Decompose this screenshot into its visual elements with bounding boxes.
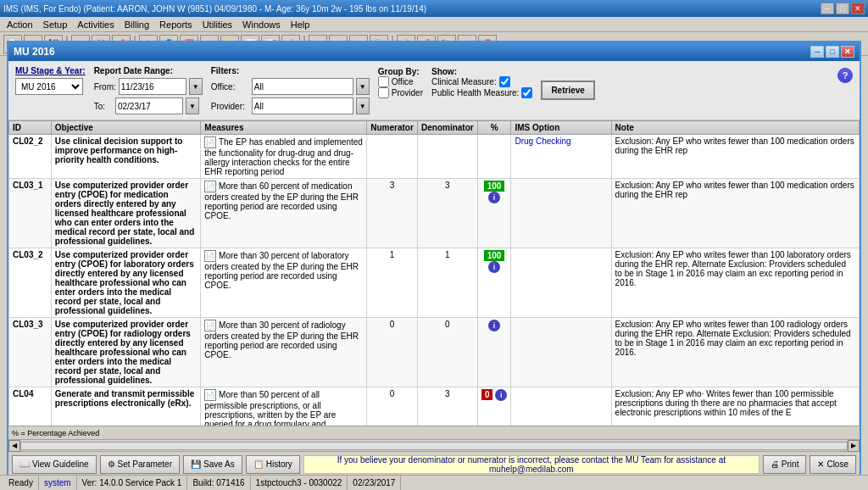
cell-numerator: 3 xyxy=(367,179,418,248)
office-dropdown-btn[interactable]: ▼ xyxy=(356,78,370,95)
provider-filter-row: Provider: ▼ xyxy=(211,97,370,114)
info-icon[interactable]: i xyxy=(495,389,507,401)
date-range-group: Report Date Range: From: ▼ To: ▼ xyxy=(94,66,203,114)
mu-stage-select[interactable]: MU 2016 xyxy=(15,78,83,95)
save-as-icon: 💾 xyxy=(191,459,201,469)
doc-icon[interactable]: 📄 xyxy=(204,250,216,262)
menu-billing[interactable]: Billing xyxy=(120,18,154,31)
cell-id: CL02_2 xyxy=(9,135,52,179)
cell-measures: 📄 More than 30 percent of laboratory ord… xyxy=(201,248,367,318)
doc-icon[interactable]: 📄 xyxy=(204,389,216,401)
public-health-checkbox[interactable] xyxy=(521,87,532,98)
close-btn[interactable]: ✕ Close xyxy=(810,455,856,474)
status-version: Ver: 14.0.0 Service Pack 1 xyxy=(77,476,188,490)
bottom-message: If you believe your denominator or numer… xyxy=(303,455,760,474)
cell-percent: 100 i xyxy=(477,248,511,318)
cell-numerator: 0 xyxy=(367,387,418,426)
cell-percent: 0 i xyxy=(477,387,511,426)
table-row[interactable]: CL03_3Use computerized provider order en… xyxy=(9,318,860,387)
percent-badge: 100 xyxy=(484,250,505,261)
view-guideline-button[interactable]: 📖 View Guideline xyxy=(12,455,97,474)
doc-icon[interactable]: 📄 xyxy=(204,181,216,192)
cell-numerator xyxy=(367,135,418,179)
table-row[interactable]: CL02_2Use clinical decision support to i… xyxy=(9,135,860,179)
group-by-provider-row: Provider xyxy=(378,87,423,98)
cell-id: CL03_3 xyxy=(9,318,52,387)
cell-objective: Use computerized provider order entry (C… xyxy=(51,248,201,318)
cell-id: CL03_2 xyxy=(9,248,52,318)
group-by-office-row: Office xyxy=(378,76,423,87)
percent-badge: 0 xyxy=(481,389,493,400)
office-input[interactable] xyxy=(252,78,353,95)
table-row[interactable]: CL03_1Use computerized provider order en… xyxy=(9,179,860,248)
menu-action[interactable]: Action xyxy=(2,18,38,31)
cell-objective: Use clinical decision support to improve… xyxy=(51,135,201,179)
bottom-bar: 📖 View Guideline ⚙ Set Parameter 💾 Save … xyxy=(8,451,860,476)
menu-activities[interactable]: Activities xyxy=(72,18,119,31)
horiz-scroll[interactable]: ◀ ▶ xyxy=(8,439,860,451)
col-ims: IMS Option xyxy=(511,121,611,135)
menu-help[interactable]: Help xyxy=(286,18,315,31)
to-date-dropdown[interactable]: ▼ xyxy=(186,97,199,114)
cell-objective: Use computerized provider order entry (C… xyxy=(51,318,201,387)
table-container[interactable]: ID Objective Measures Numerator Denomina… xyxy=(8,120,860,426)
cell-note: Exclusion: Any EP who writes fewer than … xyxy=(611,135,859,179)
cell-id: CL03_1 xyxy=(9,179,52,248)
close-button[interactable]: ✕ xyxy=(851,3,865,14)
cell-denominator xyxy=(418,135,478,179)
group-by-office-label: Office xyxy=(392,77,414,86)
status-server: 1stpctouch3 - 0030022 xyxy=(251,476,348,490)
table-row[interactable]: CL04Generate and transmit permissible pr… xyxy=(9,387,860,426)
group-by-provider-checkbox[interactable] xyxy=(378,87,389,98)
window-close-button[interactable]: ✕ xyxy=(841,46,854,58)
info-icon[interactable]: i xyxy=(488,261,500,273)
from-date-dropdown[interactable]: ▼ xyxy=(189,78,203,95)
show-group: Show: Clinical Measure: Public Health Me… xyxy=(431,66,532,98)
info-icon[interactable]: i xyxy=(488,192,500,203)
provider-input[interactable] xyxy=(252,97,353,114)
controls-area: MU Stage & Year: MU 2016 Report Date Ran… xyxy=(8,61,860,120)
doc-icon[interactable]: 📄 xyxy=(204,136,216,148)
clinical-measure-label: Clinical Measure: xyxy=(431,77,497,86)
doc-icon[interactable]: 📄 xyxy=(204,320,216,331)
menu-setup[interactable]: Setup xyxy=(38,18,73,31)
window-maximize-button[interactable]: □ xyxy=(826,46,839,58)
maximize-button[interactable]: □ xyxy=(836,3,849,14)
provider-dropdown-btn[interactable]: ▼ xyxy=(356,97,370,114)
menu-reports[interactable]: Reports xyxy=(154,18,198,31)
status-system[interactable]: system xyxy=(39,476,77,490)
legend-text: % = Percentage Achieved xyxy=(12,429,99,437)
cell-note: Exclusion: Any EP who· Writes fewer than… xyxy=(611,387,859,426)
scroll-right-btn[interactable]: ▶ xyxy=(848,440,860,452)
cell-objective: Use computerized provider order entry (C… xyxy=(51,179,201,248)
ims-link[interactable]: Drug Checking xyxy=(515,136,570,146)
menu-windows[interactable]: Windows xyxy=(237,18,286,31)
minimize-button[interactable]: ─ xyxy=(821,3,834,14)
to-date-input[interactable] xyxy=(115,97,183,114)
scroll-left-btn[interactable]: ◀ xyxy=(8,440,20,452)
col-denominator: Denominator xyxy=(418,121,478,135)
col-objective: Objective xyxy=(51,121,201,135)
retrieve-button[interactable]: Retrieve xyxy=(541,81,594,100)
menu-utilities[interactable]: Utilities xyxy=(198,18,237,31)
history-icon: 📋 xyxy=(253,459,264,469)
group-by-office-checkbox[interactable] xyxy=(378,76,389,87)
help-button[interactable]: ? xyxy=(837,68,853,83)
save-as-button[interactable]: 💾 Save As xyxy=(183,455,242,474)
status-bar: Ready system Ver: 14.0.0 Service Pack 1 … xyxy=(0,475,868,490)
scroll-track[interactable] xyxy=(20,442,848,450)
legend-bar: % = Percentage Achieved xyxy=(8,426,860,439)
window-title-bar: MU 2016 ─ □ ✕ xyxy=(8,42,860,61)
col-id: ID xyxy=(9,121,52,135)
date-range-label: Report Date Range: xyxy=(94,66,203,75)
history-button[interactable]: 📋 History xyxy=(246,455,300,474)
table-row[interactable]: CL03_2Use computerized provider order en… xyxy=(9,248,860,318)
clinical-measure-checkbox[interactable] xyxy=(499,76,510,87)
print-button[interactable]: 🖨 Print xyxy=(763,455,807,474)
window-minimize-button[interactable]: ─ xyxy=(810,46,824,58)
col-note: Note xyxy=(611,121,859,135)
from-date-input[interactable] xyxy=(119,78,186,95)
info-icon[interactable]: i xyxy=(488,320,500,331)
main-window: MU 2016 ─ □ ✕ MU Stage & Year: MU 2016 R… xyxy=(7,41,861,480)
set-parameter-button[interactable]: ⚙ Set Parameter xyxy=(100,455,180,474)
